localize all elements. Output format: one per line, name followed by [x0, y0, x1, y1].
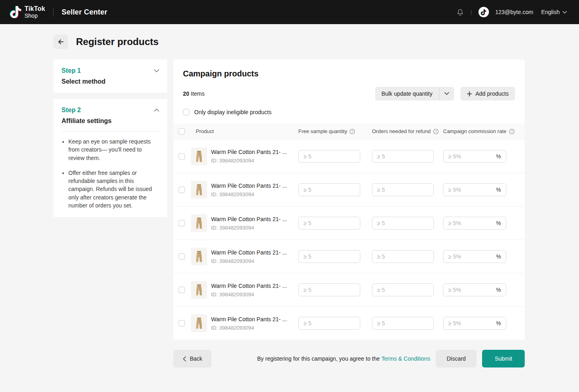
question-circle-icon[interactable]: ? — [509, 129, 515, 134]
percent-suffix: % — [496, 320, 501, 326]
product-title: Warm Pile Cotton Pants 21- ... — [211, 149, 287, 155]
discard-button[interactable]: Discard — [436, 350, 476, 367]
orders-needed-input[interactable] — [377, 220, 429, 226]
orders-needed-input[interactable] — [377, 287, 429, 293]
percent-suffix: % — [496, 220, 501, 226]
orders-needed-input-box — [372, 250, 434, 263]
terms-conditions-link[interactable]: Terms & Conditions — [382, 355, 430, 362]
chevron-up-icon[interactable] — [154, 109, 159, 112]
back-button[interactable] — [53, 35, 68, 49]
free-sample-quantity-input[interactable] — [304, 253, 355, 260]
product-thumbnail — [191, 181, 207, 199]
chevron-left-icon — [183, 356, 186, 361]
pants-image — [194, 316, 204, 330]
orders-needed-input-box — [372, 183, 434, 196]
commission-rate-input[interactable] — [448, 187, 496, 193]
row-checkbox[interactable] — [179, 153, 185, 160]
table-row: Warm Pile Cotton Pants 21- ... ID: 39848… — [173, 240, 525, 273]
ineligible-filter-checkbox[interactable] — [183, 109, 189, 115]
row-checkbox[interactable] — [179, 287, 185, 293]
row-checkbox[interactable] — [179, 320, 185, 326]
header-divider — [53, 8, 53, 16]
commission-rate-input[interactable] — [448, 320, 496, 326]
free-sample-quantity-input-box — [298, 150, 360, 163]
select-all-checkbox[interactable] — [179, 128, 185, 135]
row-checkbox[interactable] — [179, 220, 185, 226]
back-step-button[interactable]: Back — [173, 350, 211, 367]
row-checkbox[interactable] — [179, 187, 185, 193]
chevron-down-icon — [563, 11, 567, 14]
orders-needed-input[interactable] — [377, 153, 429, 160]
step-2-title: Affiliate settings — [62, 117, 159, 125]
chevron-down-icon[interactable] — [154, 69, 159, 72]
free-sample-quantity-input-box — [298, 217, 360, 230]
step-1-card: Step 1 Select method — [53, 60, 167, 93]
product-thumbnail — [191, 248, 207, 265]
tiktok-shop-logo[interactable]: TikTok Shop — [10, 6, 45, 18]
table-row: Warm Pile Cotton Pants 21- ... ID: 39848… — [173, 306, 525, 340]
agreement-text: By registering for this campaign, you ag… — [257, 355, 430, 362]
bulk-update-quantity-main[interactable]: Bulk update quantity — [375, 87, 439, 101]
steps-sidebar: Step 1 Select method Step 2 Affiliate se… — [53, 60, 167, 217]
orders-needed-input[interactable] — [377, 253, 429, 260]
column-product: Product — [191, 128, 298, 134]
notifications-bell-icon[interactable] — [456, 8, 464, 16]
question-circle-icon[interactable]: ? — [349, 129, 355, 134]
commission-rate-input[interactable] — [448, 253, 496, 260]
svg-text:?: ? — [435, 129, 437, 133]
orders-needed-input[interactable] — [377, 187, 429, 193]
product-title: Warm Pile Cotton Pants 21- ... — [211, 283, 287, 289]
free-sample-quantity-input[interactable] — [304, 220, 355, 226]
product-thumbnail — [191, 214, 207, 232]
product-thumbnail — [191, 148, 207, 165]
orders-needed-input-box — [372, 217, 434, 230]
table-row: Warm Pile Cotton Pants 21- ... ID: 39848… — [173, 273, 525, 306]
table-row: Warm Pile Cotton Pants 21- ... ID: 39848… — [173, 140, 525, 173]
row-checkbox[interactable] — [179, 253, 185, 260]
commission-rate-input[interactable] — [448, 287, 496, 293]
language-selector[interactable]: English — [541, 9, 567, 15]
ineligible-filter-label: Only display ineligible products — [194, 109, 271, 115]
arrow-left-icon — [57, 38, 64, 45]
note-item: Offer either free samples or refundable … — [68, 169, 159, 209]
product-rows: Warm Pile Cotton Pants 21- ... ID: 39848… — [173, 140, 525, 340]
product-id: ID: 398482093094 — [211, 158, 287, 164]
orders-needed-input-box — [372, 150, 434, 163]
question-circle-icon[interactable]: ? — [433, 129, 439, 134]
step-1-label: Step 1 — [62, 67, 81, 74]
free-sample-quantity-input-box — [298, 250, 360, 263]
svg-text:?: ? — [511, 129, 513, 133]
account-avatar[interactable] — [478, 7, 489, 17]
user-email: 123@byte.com — [495, 9, 533, 15]
product-id: ID: 398482093094 — [211, 225, 287, 231]
free-sample-quantity-input[interactable] — [304, 153, 355, 160]
step-2-notes: Keep an eye on sample requests from crea… — [62, 138, 159, 209]
items-count: 20 Items — [183, 90, 205, 97]
free-sample-quantity-input[interactable] — [304, 287, 355, 293]
campaign-products-panel: Campaign products 20 Items Bulk update q… — [173, 60, 525, 340]
bulk-update-caret[interactable] — [439, 87, 454, 101]
submit-button[interactable]: Submit — [482, 350, 525, 367]
step-1-header[interactable]: Step 1 — [62, 67, 159, 74]
header-divider-small: | — [471, 9, 472, 15]
commission-rate-input-box: % — [443, 250, 506, 263]
add-products-button[interactable]: Add products — [460, 87, 515, 101]
step-2-header[interactable]: Step 2 — [62, 107, 159, 114]
product-title: Warm Pile Cotton Pants 21- ... — [211, 183, 287, 189]
svg-text:?: ? — [351, 129, 353, 133]
free-sample-quantity-input[interactable] — [304, 320, 355, 326]
free-sample-quantity-input[interactable] — [304, 187, 355, 193]
product-id: ID: 398482093094 — [211, 325, 287, 331]
pants-image — [194, 283, 204, 297]
free-sample-quantity-input-box — [298, 183, 360, 196]
percent-suffix: % — [496, 153, 501, 160]
top-bar: TikTok Shop Seller Center | 123@byte.com… — [0, 0, 579, 24]
orders-needed-input[interactable] — [377, 320, 429, 326]
free-sample-quantity-input-box — [298, 317, 360, 330]
product-id: ID: 398482093094 — [211, 291, 287, 298]
commission-rate-input-box: % — [443, 217, 506, 230]
commission-rate-input[interactable] — [448, 153, 496, 160]
table-row: Warm Pile Cotton Pants 21- ... ID: 39848… — [173, 206, 525, 240]
commission-rate-input[interactable] — [448, 220, 496, 226]
page-title: Register products — [76, 36, 158, 47]
